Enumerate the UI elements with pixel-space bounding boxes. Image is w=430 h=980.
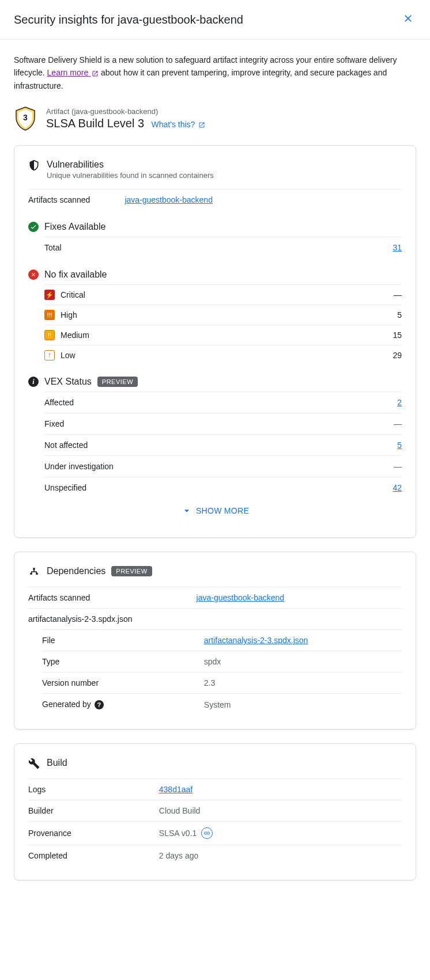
vex-name: Unspecified <box>44 483 86 492</box>
severity-name: High <box>61 310 77 320</box>
build-key: Logs <box>28 785 159 794</box>
deps-value: spdx <box>204 657 402 666</box>
build-value: Cloud Build <box>159 806 201 815</box>
deps-row: Version number2.3 <box>42 672 402 693</box>
vex-name: Fixed <box>44 419 64 428</box>
deps-row: Fileartifactanalysis-2-3.spdx.json <box>42 629 402 651</box>
fixes-available-title: Fixes Available <box>44 222 105 232</box>
deps-row: Typespdx <box>42 651 402 672</box>
deps-value[interactable]: artifactanalysis-2-3.spdx.json <box>204 636 402 645</box>
vex-count: — <box>394 462 402 471</box>
wrench-icon <box>28 758 40 769</box>
vex-title: VEX Status <box>44 377 92 387</box>
chevron-down-icon <box>181 505 193 516</box>
no-fix-title: No fix available <box>44 269 107 280</box>
vex-row: Affected2 <box>44 392 402 413</box>
build-value[interactable]: 438d1aaf <box>159 785 193 794</box>
vex-row: Unspecified42 <box>44 477 402 498</box>
build-value: 2 days ago <box>159 851 199 860</box>
severity-name: Low <box>61 351 76 360</box>
severity-badge-icon: ⚡ <box>44 290 55 300</box>
intro-text: Software Delivery Shield is a new soluti… <box>14 54 416 92</box>
artifacts-scanned-label: Artifacts scanned <box>28 195 90 204</box>
build-row: Completed2 days ago <box>28 845 402 866</box>
deps-key: Generated by? <box>42 700 204 709</box>
total-label: Total <box>44 243 62 252</box>
help-icon[interactable]: ? <box>95 700 104 709</box>
vuln-subtitle: Unique vulnerabilities found in scanned … <box>47 171 214 180</box>
dependencies-card: Dependencies PREVIEW Artifacts scanned j… <box>14 552 416 730</box>
shield-icon <box>28 159 40 171</box>
build-value: SLSA v0.1 <box>159 829 197 838</box>
close-button[interactable] <box>400 9 416 30</box>
severity-badge-icon: !! <box>44 330 55 340</box>
deps-key: File <box>42 636 204 645</box>
severity-count[interactable]: 15 <box>393 331 402 340</box>
artifact-label: Artifact (java-guestbook-backend) <box>46 107 205 116</box>
severity-badge-icon: !!! <box>44 310 55 320</box>
deps-scanned-link[interactable]: java-guestbook-backend <box>197 593 402 602</box>
show-more-button[interactable]: SHOW MORE <box>28 498 402 523</box>
dependencies-icon <box>28 566 40 578</box>
vex-count[interactable]: 2 <box>397 398 402 407</box>
link-icon[interactable] <box>201 827 213 839</box>
severity-row: !Low29 <box>44 345 402 365</box>
severity-badge-icon: ! <box>44 350 55 360</box>
vex-name: Under investigation <box>44 462 114 471</box>
vex-name: Affected <box>44 398 74 407</box>
vex-name: Not affected <box>44 440 88 450</box>
deps-key: Type <box>42 657 204 666</box>
vuln-title: Vulnerabilities <box>47 159 214 170</box>
x-icon <box>28 269 39 280</box>
severity-count[interactable]: 29 <box>393 351 402 360</box>
close-icon <box>402 13 414 24</box>
total-count-link[interactable]: 31 <box>393 243 402 252</box>
svg-text:3: 3 <box>23 113 28 122</box>
build-key: Provenance <box>28 829 159 838</box>
external-link-icon <box>92 70 99 77</box>
deps-value: 2.3 <box>204 678 402 687</box>
deps-title: Dependencies <box>47 566 105 576</box>
vex-row: Not affected5 <box>44 434 402 455</box>
preview-badge: PREVIEW <box>111 566 152 576</box>
slsa-shield-icon: 3 <box>14 106 37 131</box>
deps-row: Generated by?System <box>42 693 402 715</box>
deps-scanned-label: Artifacts scanned <box>28 593 197 602</box>
vex-row: Under investigation— <box>44 455 402 477</box>
whats-this-link[interactable]: What's this? <box>152 120 206 129</box>
build-title: Build <box>47 758 67 768</box>
severity-name: Medium <box>61 331 89 340</box>
slsa-level: SLSA Build Level 3 <box>46 117 144 130</box>
severity-row: !!!High5 <box>44 305 402 325</box>
build-row: ProvenanceSLSA v0.1 <box>28 821 402 845</box>
preview-badge: PREVIEW <box>97 377 138 387</box>
artifacts-scanned-link[interactable]: java-guestbook-backend <box>125 195 402 204</box>
deps-key: Version number <box>42 678 204 687</box>
vex-row: Fixed— <box>44 413 402 434</box>
info-icon: i <box>28 377 39 387</box>
severity-count: — <box>394 290 402 299</box>
learn-more-link[interactable]: Learn more <box>47 68 99 77</box>
build-card: Build Logs438d1aafBuilderCloud BuildProv… <box>14 743 416 880</box>
build-row: Logs438d1aaf <box>28 778 402 800</box>
vulnerabilities-card: Vulnerabilities Unique vulnerabilities f… <box>14 145 416 538</box>
severity-row: ⚡Critical— <box>44 284 402 305</box>
severity-name: Critical <box>61 290 85 299</box>
vex-count[interactable]: 5 <box>397 440 402 450</box>
page-title: Security insights for java-guestbook-bac… <box>14 13 243 26</box>
check-icon <box>28 222 39 232</box>
build-key: Builder <box>28 806 159 815</box>
external-link-icon <box>198 121 205 128</box>
severity-row: !!Medium15 <box>44 325 402 345</box>
severity-count[interactable]: 5 <box>397 310 402 320</box>
vex-count: — <box>394 419 402 428</box>
build-row: BuilderCloud Build <box>28 800 402 821</box>
build-key: Completed <box>28 851 159 860</box>
vex-count[interactable]: 42 <box>393 483 402 492</box>
deps-file-group: artifactanalysis-2-3.spdx.json <box>28 608 402 629</box>
deps-value: System <box>204 700 402 709</box>
